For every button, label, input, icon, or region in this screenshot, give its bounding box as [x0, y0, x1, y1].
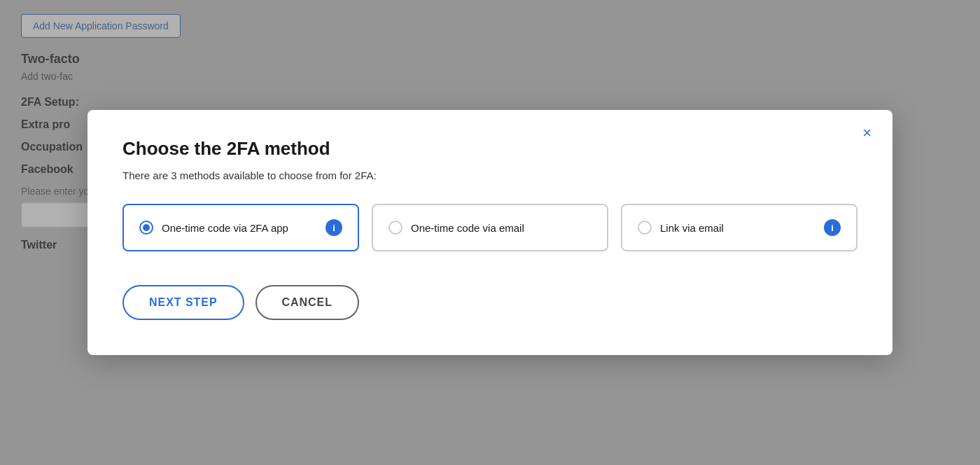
info-badge-email-link[interactable]: i: [824, 219, 841, 236]
radio-email-link: [638, 221, 652, 235]
method-option-email-code[interactable]: One-time code via email: [372, 204, 608, 251]
method-email-link-label: Link via email: [660, 222, 816, 234]
radio-email-code: [388, 221, 402, 235]
close-button[interactable]: ×: [857, 123, 877, 144]
modal-dialog: × Choose the 2FA method There are 3 meth…: [88, 110, 892, 355]
next-step-button[interactable]: NEXT STEP: [122, 285, 244, 320]
method-app-label: One-time code via 2FA app: [162, 222, 317, 234]
methods-row: One-time code via 2FA app i One-time cod…: [122, 204, 858, 251]
method-email-code-label: One-time code via email: [411, 222, 592, 234]
buttons-row: NEXT STEP CANCEL: [122, 285, 858, 320]
modal-subtitle: There are 3 methods available to choose …: [122, 169, 858, 181]
method-option-app[interactable]: One-time code via 2FA app i: [122, 204, 359, 251]
cancel-button[interactable]: CANCEL: [255, 285, 359, 320]
modal-overlay: × Choose the 2FA method There are 3 meth…: [0, 0, 980, 465]
method-option-email-link[interactable]: Link via email i: [621, 204, 858, 251]
modal-title: Choose the 2FA method: [122, 138, 858, 160]
radio-app: [139, 221, 153, 235]
info-badge-app[interactable]: i: [326, 219, 342, 236]
